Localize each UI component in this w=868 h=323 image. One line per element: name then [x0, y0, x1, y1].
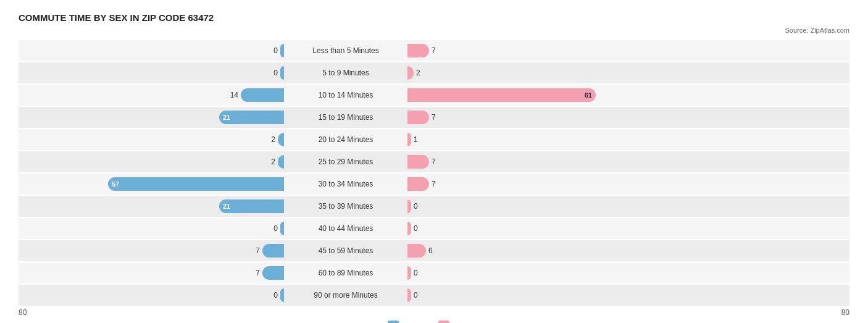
source-label: Source: ZipAtlas.com — [19, 27, 849, 34]
female-bar-container: 2 — [407, 66, 673, 80]
male-bar — [280, 44, 284, 57]
male-bar-container: 7 — [19, 244, 284, 258]
row-label: 30 to 34 Minutes — [284, 180, 407, 188]
female-bar — [407, 44, 429, 57]
row-label: 35 to 39 Minutes — [284, 202, 407, 211]
male-value: 7 — [243, 246, 260, 255]
row-label: 90 or more Minutes — [284, 291, 407, 300]
male-bar-container: 0 — [19, 222, 284, 235]
chart-area: 0 Less than 5 Minutes 7 0 5 to 9 Minutes… — [19, 40, 849, 306]
female-value: 7 — [432, 180, 449, 188]
female-value: 7 — [432, 46, 449, 55]
female-bar — [407, 111, 429, 124]
chart-row: 7 60 to 89 Minutes 0 — [19, 262, 849, 283]
female-bar — [407, 155, 429, 169]
chart-row: 21 35 to 39 Minutes 0 — [19, 196, 849, 217]
male-bar — [280, 288, 284, 302]
male-value: 0 — [261, 69, 278, 77]
row-label: 15 to 19 Minutes — [284, 113, 407, 122]
chart-row: 14 10 to 14 Minutes 61 — [19, 85, 849, 106]
chart-row: 2 20 to 24 Minutes 1 — [19, 129, 849, 150]
legend-female: Female — [438, 321, 480, 323]
female-value: 0 — [414, 291, 431, 300]
female-bar-container: 7 — [407, 44, 673, 57]
male-bar-container: 14 — [19, 88, 284, 102]
male-bar-container: 21 — [19, 199, 284, 213]
chart-row: 21 15 to 19 Minutes 7 — [19, 107, 849, 128]
male-value: 0 — [261, 224, 278, 233]
female-value: 0 — [414, 269, 431, 277]
male-bar-container: 0 — [19, 288, 284, 302]
row-label: 5 to 9 Minutes — [284, 69, 407, 77]
female-bar — [407, 177, 429, 191]
legend: Male Female — [19, 321, 849, 323]
male-bar: 57 — [108, 177, 284, 191]
male-bar-container: 57 — [19, 177, 284, 191]
female-value: 6 — [428, 246, 446, 255]
chart-row: 0 40 to 44 Minutes 0 — [19, 218, 849, 239]
chart-row: 0 5 to 9 Minutes 2 — [19, 62, 849, 83]
chart-row: 2 25 to 29 Minutes 7 — [19, 151, 849, 172]
male-bar — [278, 155, 284, 169]
female-bar-container: 1 — [407, 133, 673, 146]
axis-row: 80 80 — [19, 308, 849, 317]
row-label: 45 to 59 Minutes — [284, 246, 407, 255]
female-bar — [407, 288, 411, 302]
legend-male: Male — [388, 321, 420, 323]
page-title: COMMUTE TIME BY SEX IN ZIP CODE 63472 — [19, 12, 849, 23]
chart-row: 57 30 to 34 Minutes 7 — [19, 174, 849, 195]
female-bar — [407, 266, 411, 280]
row-label: 60 to 89 Minutes — [284, 269, 407, 277]
legend-male-swatch — [388, 321, 399, 323]
male-bar-container: 2 — [19, 133, 284, 146]
male-value: 14 — [221, 91, 238, 99]
female-bar-container: 0 — [407, 266, 673, 280]
female-bar: 61 — [407, 88, 596, 102]
female-bar — [407, 66, 414, 80]
female-bar — [407, 199, 411, 213]
male-bar: 21 — [219, 199, 284, 213]
female-bar-container: 7 — [407, 177, 673, 191]
male-value: 7 — [243, 269, 260, 277]
female-value: 0 — [414, 202, 431, 211]
male-bar: 21 — [219, 111, 284, 124]
male-value: 2 — [258, 157, 275, 166]
female-value: 7 — [432, 113, 449, 122]
axis-max: 80 — [841, 308, 849, 317]
male-bar-container: 7 — [19, 266, 284, 280]
male-bar — [241, 88, 284, 102]
male-bar — [262, 266, 284, 280]
male-bar-container: 21 — [19, 111, 284, 124]
female-bar-container: 61 — [407, 88, 673, 102]
male-bar-container: 0 — [19, 44, 284, 57]
female-bar-container: 0 — [407, 288, 673, 302]
male-bar — [280, 66, 284, 80]
female-bar-container: 0 — [407, 199, 673, 213]
female-value: 0 — [414, 224, 431, 233]
chart-row: 0 Less than 5 Minutes 7 — [19, 40, 849, 61]
female-bar — [407, 222, 411, 235]
male-value: 0 — [261, 46, 278, 55]
male-bar-container: 0 — [19, 66, 284, 80]
male-value: 0 — [261, 291, 278, 300]
row-label: 25 to 29 Minutes — [284, 157, 407, 166]
female-bar-container: 7 — [407, 111, 673, 124]
male-bar — [278, 133, 284, 146]
male-bar — [262, 244, 284, 258]
female-value: 7 — [432, 157, 449, 166]
female-bar-container: 6 — [407, 244, 673, 258]
chart-row: 7 45 to 59 Minutes 6 — [19, 240, 849, 261]
female-value: 1 — [414, 135, 431, 144]
row-label: Less than 5 Minutes — [284, 46, 407, 55]
row-label: 10 to 14 Minutes — [284, 91, 407, 99]
male-bar-container: 2 — [19, 155, 284, 169]
row-label: 40 to 44 Minutes — [284, 224, 407, 233]
male-bar — [280, 222, 284, 235]
female-bar — [407, 244, 426, 258]
row-label: 20 to 24 Minutes — [284, 135, 407, 144]
female-bar-container: 7 — [407, 155, 673, 169]
female-bar — [407, 133, 411, 146]
chart-row: 0 90 or more Minutes 0 — [19, 285, 849, 306]
female-bar-container: 0 — [407, 222, 673, 235]
male-value: 2 — [258, 135, 275, 144]
